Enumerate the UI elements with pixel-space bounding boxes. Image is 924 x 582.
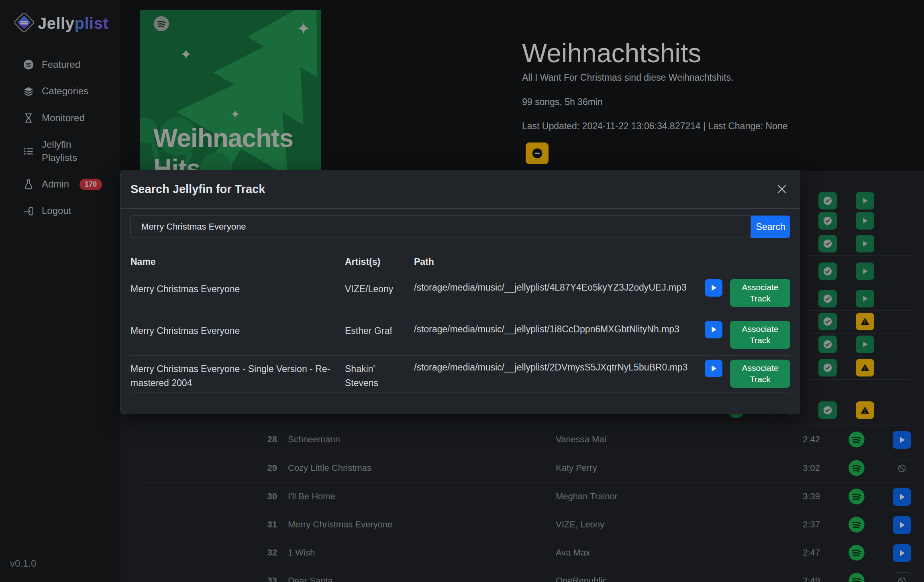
result-row: Merry Christmas Everyone Esther Graf /st… xyxy=(131,315,790,356)
result-name: Merry Christmas Everyone xyxy=(131,273,345,315)
search-button[interactable]: Search xyxy=(751,216,790,238)
associate-track-button[interactable]: Associate Track xyxy=(730,360,790,388)
modal-title: Search Jellyfin for Track xyxy=(131,183,265,196)
column-header-name: Name xyxy=(131,256,345,267)
column-header-path: Path xyxy=(414,256,695,267)
column-header-artists: Artist(s) xyxy=(345,256,414,267)
modal-body: Search Name Artist(s) Path Merry Christm… xyxy=(121,216,800,393)
result-path: /storage/media/music/__jellyplist/1i8CcD… xyxy=(414,315,695,355)
results-table-header: Name Artist(s) Path xyxy=(131,251,790,273)
results-table: Name Artist(s) Path Merry Christmas Ever… xyxy=(131,251,790,393)
associate-track-button[interactable]: Associate Track xyxy=(730,279,790,307)
result-artists: Esther Graf xyxy=(345,315,414,355)
preview-play-button[interactable] xyxy=(705,279,722,297)
result-path: /storage/media/music/__jellyplist/2DVmys… xyxy=(414,356,695,393)
preview-play-button[interactable] xyxy=(705,360,722,377)
result-artists: Shakin' Stevens xyxy=(345,356,414,393)
associate-track-button[interactable]: Associate Track xyxy=(730,321,790,349)
search-input[interactable] xyxy=(131,216,751,238)
preview-play-button[interactable] xyxy=(705,321,722,338)
result-artists: VIZE/Leony xyxy=(345,273,414,315)
result-row: Merry Christmas Everyone - Single Versio… xyxy=(131,356,790,393)
result-name: Merry Christmas Everyone xyxy=(131,315,345,355)
result-row: Merry Christmas Everyone VIZE/Leony /sto… xyxy=(131,273,790,315)
result-path: /storage/media/music/__jellyplist/4L87Y4… xyxy=(414,273,695,315)
result-name: Merry Christmas Everyone - Single Versio… xyxy=(131,356,345,393)
search-jellyfin-modal: Search Jellyfin for Track Search Name Ar… xyxy=(120,170,800,414)
close-icon[interactable] xyxy=(775,183,789,196)
modal-header: Search Jellyfin for Track xyxy=(121,170,800,209)
